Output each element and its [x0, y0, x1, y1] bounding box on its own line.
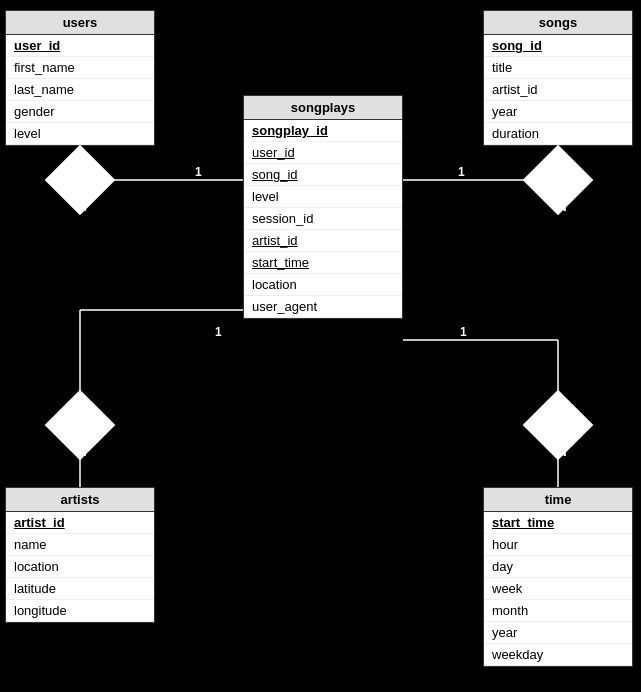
label-1-d3: 1	[215, 325, 222, 339]
column-artists-artist_id: artist_id	[6, 512, 154, 534]
column-users-gender: gender	[6, 101, 154, 123]
column-users-level: level	[6, 123, 154, 145]
column-time-weekday: weekday	[484, 644, 632, 666]
table-header-users: users	[6, 11, 154, 35]
column-time-week: week	[484, 578, 632, 600]
label-1-d2: 1	[458, 165, 465, 179]
label-n-d4: N	[558, 445, 567, 459]
label-n-d1: N	[78, 200, 87, 214]
column-songplays-location: location	[244, 274, 402, 296]
column-songs-song_id: song_id	[484, 35, 632, 57]
column-songplays-artist_id: artist_id	[244, 230, 402, 252]
column-songs-duration: duration	[484, 123, 632, 145]
column-songplays-level: level	[244, 186, 402, 208]
table-header-time: time	[484, 488, 632, 512]
column-artists-location: location	[6, 556, 154, 578]
column-songs-title: title	[484, 57, 632, 79]
column-users-first_name: first_name	[6, 57, 154, 79]
table-header-songs: songs	[484, 11, 632, 35]
table-songs: songssong_idtitleartist_idyearduration	[483, 10, 633, 146]
column-songplays-songplay_id: songplay_id	[244, 120, 402, 142]
column-artists-name: name	[6, 534, 154, 556]
column-users-last_name: last_name	[6, 79, 154, 101]
column-songs-artist_id: artist_id	[484, 79, 632, 101]
column-songplays-user_agent: user_agent	[244, 296, 402, 318]
table-songplays: songplayssongplay_iduser_idsong_idlevels…	[243, 95, 403, 319]
column-time-hour: hour	[484, 534, 632, 556]
table-header-songplays: songplays	[244, 96, 402, 120]
column-time-start_time: start_time	[484, 512, 632, 534]
label-n-d3: N	[78, 445, 87, 459]
label-1-d1: 1	[195, 165, 202, 179]
column-songplays-user_id: user_id	[244, 142, 402, 164]
table-users: usersuser_idfirst_namelast_namegenderlev…	[5, 10, 155, 146]
column-time-day: day	[484, 556, 632, 578]
table-header-artists: artists	[6, 488, 154, 512]
column-artists-latitude: latitude	[6, 578, 154, 600]
table-time: timestart_timehourdayweekmonthyearweekda…	[483, 487, 633, 667]
column-songplays-session_id: session_id	[244, 208, 402, 230]
label-1-d4: 1	[460, 325, 467, 339]
column-users-user_id: user_id	[6, 35, 154, 57]
table-artists: artistsartist_idnamelocationlatitudelong…	[5, 487, 155, 623]
column-songplays-start_time: start_time	[244, 252, 402, 274]
label-n-d2: N	[558, 200, 567, 214]
column-songs-year: year	[484, 101, 632, 123]
column-songplays-song_id: song_id	[244, 164, 402, 186]
column-artists-longitude: longitude	[6, 600, 154, 622]
column-time-year: year	[484, 622, 632, 644]
column-time-month: month	[484, 600, 632, 622]
